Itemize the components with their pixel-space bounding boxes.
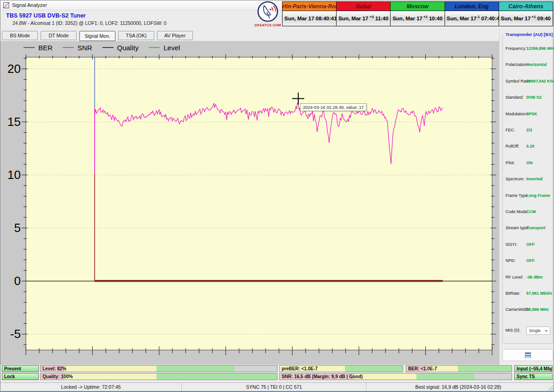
indicator-input: Input (~55,4 Mbps): [514, 365, 553, 372]
tab-signal-mon[interactable]: Signal Mon.: [79, 31, 115, 41]
satellite-dish-icon: [256, 1, 280, 23]
clock-date: Sun, Mar 17: [392, 16, 423, 21]
clock-utc-offset: -1: [476, 15, 480, 19]
gauge-segment-gray: [475, 374, 512, 380]
clock-city-label: London, Eng: [445, 2, 499, 11]
tab-av-player[interactable]: AV Player: [157, 31, 193, 40]
clock-date: Sun, Mar 17: [338, 16, 369, 21]
clock-utc-offset: +3: [370, 15, 374, 19]
clock-dubai: DubaiSun, Mar 17+311:40: [336, 2, 390, 26]
tab-tsa-ok[interactable]: TSA (OK): [118, 31, 154, 40]
log-report-button[interactable]: [502, 349, 553, 361]
clock-city-label: Berlin-Paris-Vienna-Roma: [283, 2, 336, 11]
clock-date: Sun, Mar 17: [447, 16, 477, 21]
transponder-row-bitrate: BitRate:57,961 Mbit/s: [503, 291, 554, 297]
transponder-value: 29997,042 KS/s: [526, 79, 554, 83]
gauge-ber: BER: <1.0E-7: [406, 365, 512, 372]
legend-line-swatch: [149, 47, 160, 48]
y-axis-tick-label: 20: [7, 62, 21, 76]
signal-analyzer-window: Signal Analyzer TBS 5927 USB DVB-S2 Tune…: [0, 0, 554, 392]
chevron-down-icon: [544, 330, 548, 332]
clock-time: 10:40: [429, 16, 442, 21]
transponder-label: Stream type:: [506, 226, 529, 230]
transponder-row-symbol-rate: Symbol Rate:29997,042 KS/s: [503, 79, 554, 85]
gauge-label: SNR: 16,5 dB (Margin: 9,9 dB | Good): [282, 374, 363, 380]
clock-utc-offset: +1: [531, 15, 536, 19]
transponder-row-rf-level: RF Level:-36 dBm: [503, 275, 554, 281]
gauge-segment-yellow: [64, 366, 157, 372]
legend-label: Level: [163, 44, 180, 52]
gauge-segment-green: [157, 374, 277, 380]
gauge-segment-green: [458, 366, 512, 372]
transponder-panel: Transponder (AU) [BS] Frequency:12359,89…: [499, 29, 554, 392]
transponder-value: ON: [526, 160, 533, 165]
y-axis-tick-label: 10: [7, 168, 21, 182]
mis-row: MIS (0): Single: [503, 328, 554, 334]
legend-item-ber: BER: [24, 44, 53, 52]
dxsatcs-logo: DXSATCS.COM: [253, 1, 282, 27]
transponder-value: Inverted: [526, 177, 542, 181]
legend-line-swatch: [63, 47, 74, 48]
resize-grip[interactable]: [548, 385, 554, 391]
tuner-name: TBS 5927 USB DVB-S2 Tuner: [6, 12, 167, 19]
mis-label: MIS (0):: [506, 328, 520, 333]
signal-chart[interactable]: -505101520: [0, 54, 499, 365]
chart-area: -505101520 2024-03-16 02.28.48, value: 1…: [0, 54, 499, 365]
legend-item-quality: Quality: [102, 44, 139, 52]
transponder-label: Code Mode:: [506, 209, 528, 214]
transponder-value: DVB-S2: [526, 95, 542, 100]
legend-label: SNR: [78, 44, 92, 52]
indicator-present: Present: [2, 365, 39, 372]
mis-select[interactable]: Single: [526, 327, 550, 335]
clock-berlin-paris-vienna-roma: Berlin-Paris-Vienna-RomaSun, Mar 1708:40…: [283, 2, 336, 26]
status-bar: Locked -> Uptime: 72:07:45 SYNC 75 | TEI…: [0, 382, 554, 391]
clock-time-row: Sun, Mar 17+210:40: [391, 11, 444, 26]
clock-time-row: Sun, Mar 17-107:40:41: [445, 11, 499, 26]
transponder-row-issyi: ISSYI:OFF: [503, 242, 554, 249]
transponder-label: FEC:: [506, 128, 515, 132]
transponder-row-rolloff: RollOff:0.20: [503, 144, 554, 150]
transponder-label: RollOff:: [506, 144, 519, 148]
transponder-row-carrierwidth: CarrierWidth:35,996 MHz: [503, 307, 554, 314]
transponder-row-polarization: Polarization:Horizontal: [503, 62, 554, 69]
chart-legend: BERSNRQualityLevel: [0, 41, 499, 54]
gauge-segment-green: [416, 374, 475, 380]
legend-line-swatch: [102, 47, 114, 48]
gauge-segment-yellow: [64, 374, 157, 380]
transponder-value: CCM: [526, 209, 536, 214]
transponder-label: Modulation:: [506, 112, 527, 116]
clock-time-row: Sun, Mar 1708:40:41: [283, 11, 336, 26]
transponder-value: 12359,896 MHz: [526, 46, 554, 51]
tab-bs-mode[interactable]: BS Mode: [2, 31, 38, 40]
gauge-segment-green: [345, 366, 403, 372]
transponder-row-code-mode: Code Mode:CCM: [503, 209, 554, 216]
clock-time: 09:40: [537, 16, 551, 21]
tab-dt-mode[interactable]: DT Mode: [41, 31, 77, 40]
status-best-signal: Best signal: 16,9 dB (2024-03-16 02:28): [367, 383, 550, 391]
transponder-row-stream-type: Stream type:Transport: [503, 226, 554, 232]
transponder-label: RF Level:: [506, 275, 524, 279]
clock-time-row: Sun, Mar 17+109:40: [499, 11, 553, 26]
transponder-value: 2/3: [526, 128, 532, 132]
transponder-value: 0.20: [526, 144, 535, 148]
clock-date: Sun, Mar 17: [501, 16, 532, 21]
transponder-row-standard: Standard:DVB-S2: [503, 95, 554, 101]
y-axis-tick-label: 15: [7, 115, 21, 129]
transponder-value: Long Frame: [526, 193, 550, 198]
clock-time: 11:40: [375, 16, 389, 21]
gauge-preber: preBER: <1.0E-7: [279, 365, 403, 372]
transponder-value: 8PSK: [526, 112, 537, 116]
transponder-row-npd: NPD:OFF: [503, 258, 554, 265]
transponder-label: Standard:: [506, 95, 524, 100]
status-sync-counters: SYNC 75 | TEI 0 | CC 571: [182, 383, 367, 391]
signal-indicator-bars: PresentLockInput (~55,4 Mbps)Sync TSLeve…: [0, 365, 554, 380]
transponder-value: -36 dBm: [526, 275, 543, 279]
clock-date: Sun, Mar 17: [284, 16, 314, 21]
transponder-label: Pilot:: [506, 160, 515, 165]
transponder-title: Transponder (AU) [BS]: [504, 32, 554, 37]
gauge-label: preBER: <1.0E-7: [282, 366, 318, 372]
gauge-label: Quality: 100%: [42, 374, 73, 380]
logo-caption: DXSATCS.COM: [253, 23, 282, 27]
transponder-label: Polarization:: [506, 62, 529, 67]
tuner-details: 24.8W - Alcomsat 1 (ID: 3352) @ LOF1: 0,…: [12, 20, 167, 26]
